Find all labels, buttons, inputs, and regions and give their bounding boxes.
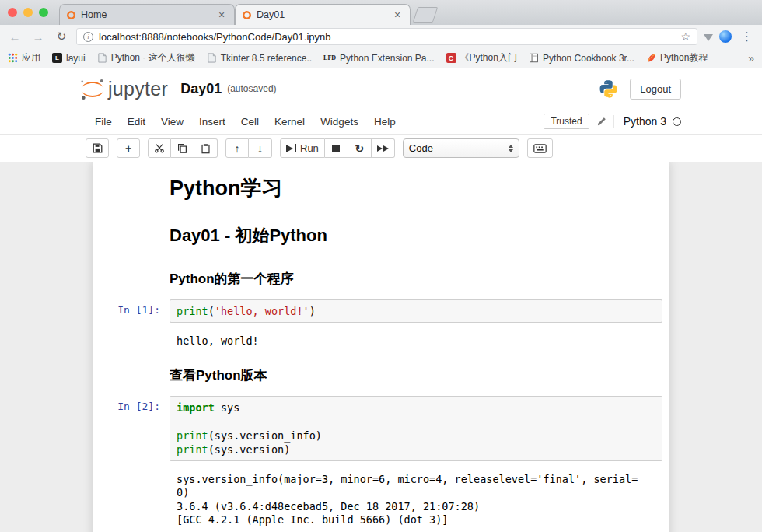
menu-cell[interactable]: Cell [233, 116, 267, 128]
menu-widgets[interactable]: Widgets [313, 116, 366, 128]
run-cell-button[interactable]: Run [280, 138, 325, 158]
run-icon [286, 144, 296, 152]
menu-view[interactable]: View [153, 116, 191, 128]
interrupt-kernel-button[interactable] [325, 138, 348, 158]
code-token: 'hello, world!' [215, 305, 309, 317]
bookmark-apps[interactable]: 应用 [8, 51, 40, 65]
plus-icon: + [125, 143, 131, 154]
menu-help[interactable]: Help [366, 116, 404, 128]
bookmark-layui[interactable]: L layui [52, 53, 86, 64]
close-tab-icon[interactable]: × [391, 9, 404, 21]
logout-button[interactable]: Logout [630, 79, 681, 100]
address-bar[interactable]: i localhost:8888/notebooks/PythonCode/Da… [76, 28, 697, 45]
move-cell-up-button[interactable]: ↑ [225, 138, 249, 158]
tab-title: Home [81, 9, 211, 20]
bookmark-tkinter[interactable]: Tkinter 8.5 reference.. [207, 53, 312, 64]
notebook-scroll-area[interactable]: Python学习 Day01 - 初始Python Python的第一个程序 I… [0, 162, 762, 532]
bookmark-star-icon[interactable]: ☆ [680, 30, 690, 43]
code-cell-1[interactable]: In [1]: print('hello, world!') [93, 296, 669, 326]
notebook-heading3: 查看Python版本 [170, 366, 662, 384]
code-token: print [177, 429, 208, 442]
trusted-button[interactable]: Trusted [544, 114, 589, 129]
tab-day01[interactable]: Day01 × [235, 4, 411, 25]
close-window-button[interactable] [8, 8, 17, 17]
code-token: import [177, 401, 215, 414]
jupyter-header: jupyter Day01 (autosaved) Logout [0, 68, 762, 109]
cut-cell-button[interactable] [148, 138, 171, 158]
scissors-icon [154, 143, 165, 153]
output-line: sys.version_info(major=3, minor=6, micro… [177, 473, 662, 487]
apps-grid-icon [8, 53, 18, 63]
menu-file[interactable]: File [87, 116, 120, 128]
menu-insert[interactable]: Insert [191, 116, 233, 128]
paste-cell-button[interactable] [194, 138, 218, 158]
code-line: print('hello, world!') [177, 304, 655, 318]
edit-mode-pencil-icon [596, 117, 606, 127]
notebook-title[interactable]: Day01 [180, 81, 222, 97]
bookmark-python-blog[interactable]: Python - 这个人很懒 [97, 51, 195, 65]
jupyter-favicon-icon [66, 10, 76, 20]
restart-kernel-button[interactable]: ↻ [348, 138, 372, 158]
markdown-cell-title[interactable]: Python学习 [93, 168, 669, 213]
jupyter-logo-icon [79, 79, 106, 100]
kernel-indicator: Python 3 [613, 115, 681, 128]
command-palette-button[interactable] [527, 138, 553, 158]
close-tab-icon[interactable]: × [215, 9, 228, 21]
menu-edit[interactable]: Edit [120, 116, 153, 128]
autosave-status: (autosaved) [227, 83, 276, 94]
c-favicon-icon: C [446, 53, 456, 63]
code-cell-2[interactable]: In [2]: import sys print(sys.version_inf… [93, 393, 669, 464]
code-block: import sys print(sys.version_info) print… [177, 401, 655, 457]
save-button[interactable] [86, 138, 109, 158]
bookmark-label: 《Python入门 [460, 51, 517, 65]
copy-cell-button[interactable] [171, 138, 194, 158]
bookmark-label: Python Cookbook 3r... [543, 53, 634, 64]
page-info-icon[interactable]: i [83, 32, 93, 42]
reload-icon[interactable]: ↻ [53, 30, 70, 44]
tab-home[interactable]: Home × [59, 4, 235, 25]
bookmarks-bar: 应用 L layui Python - 这个人很懒 Tkinter 8.5 re… [0, 48, 762, 68]
markdown-cell-section2[interactable]: 查看Python版本 [93, 353, 669, 393]
kernel-idle-icon [673, 117, 681, 126]
new-tab-button[interactable] [413, 7, 438, 23]
extension-globe-icon[interactable] [719, 30, 732, 43]
insert-cell-button[interactable]: + [117, 138, 140, 158]
arrow-down-icon: ↓ [257, 143, 263, 154]
code-input-area[interactable]: print('hello, world!') [170, 299, 662, 323]
download-triangle-icon[interactable] [704, 34, 713, 46]
cell-type-select[interactable]: Code [403, 138, 519, 158]
bookmark-python-tutorial[interactable]: Python教程 [646, 51, 708, 65]
back-icon[interactable]: ← [6, 30, 23, 44]
code-input-area[interactable]: import sys print(sys.version_info) print… [170, 396, 662, 461]
jupyter-logo[interactable]: jupyter [79, 78, 168, 100]
bookmarks-overflow-icon[interactable]: » [748, 52, 754, 65]
fullscreen-window-button[interactable] [39, 8, 48, 17]
arrow-up-icon: ↑ [235, 143, 240, 154]
notebook-heading1: Python学习 [170, 174, 662, 202]
bookmark-label: layui [66, 53, 86, 64]
output-line: 0) [177, 486, 662, 500]
window-titlebar: Home × Day01 × [0, 0, 762, 25]
run-label: Run [300, 142, 319, 154]
browser-navbar: ← → ↻ i localhost:8888/notebooks/PythonC… [0, 25, 762, 48]
bookmark-python-intro[interactable]: C 《Python入门 [446, 51, 517, 65]
menu-kernel[interactable]: Kernel [267, 116, 313, 128]
move-cell-down-button[interactable]: ↓ [249, 138, 272, 158]
jupyter-menubar: File Edit View Insert Cell Kernel Widget… [0, 109, 762, 135]
forward-icon[interactable]: → [30, 30, 47, 44]
restart-run-all-button[interactable] [372, 138, 395, 158]
keyboard-icon [533, 144, 547, 153]
bookmark-label: Tkinter 8.5 reference.. [221, 53, 312, 64]
code-token: (sys.version) [208, 443, 291, 456]
markdown-cell-subtitle[interactable]: Day01 - 初始Python [93, 213, 669, 257]
minimize-window-button[interactable] [23, 8, 33, 17]
markdown-cell-section1[interactable]: Python的第一个程序 [93, 257, 669, 296]
browser-menu-icon[interactable]: ⋮ [738, 30, 756, 44]
python-logo-icon [598, 79, 619, 100]
bookmark-label: Python教程 [660, 51, 708, 65]
bookmark-python-extensions[interactable]: LFD Python Extension Pa... [323, 53, 434, 64]
bookmark-python-cookbook[interactable]: Python Cookbook 3r... [529, 53, 634, 64]
code-token: print [177, 443, 208, 456]
cell-prompt [93, 216, 170, 254]
url-text[interactable]: localhost:8888/notebooks/PythonCode/Day0… [99, 31, 675, 43]
